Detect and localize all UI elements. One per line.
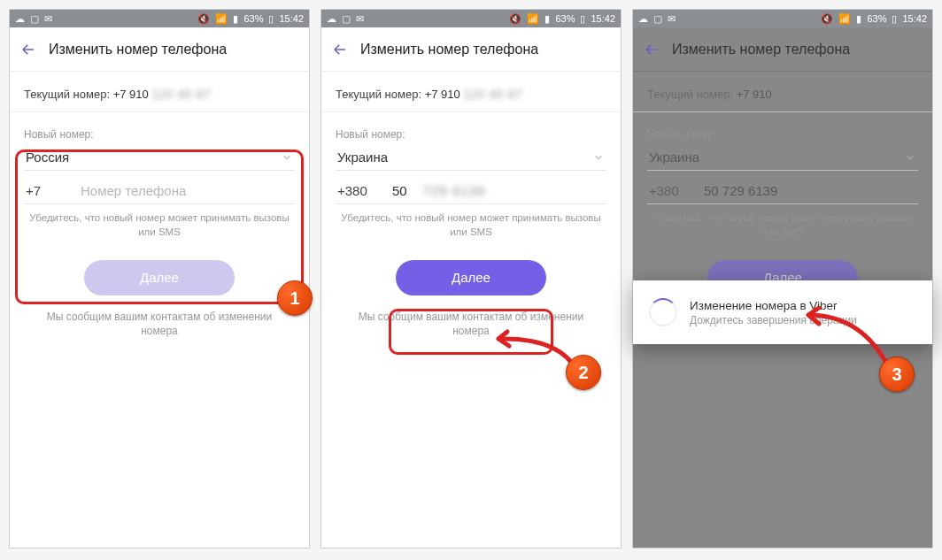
- step-badge-2: 2: [566, 355, 601, 390]
- new-number-section: Новый номер: Украина +380 50 729 6139 Уб…: [633, 119, 932, 246]
- current-number-label: Текущий номер:: [24, 88, 110, 101]
- current-number-value: +7 910: [737, 88, 772, 101]
- country-selector[interactable]: Россия: [24, 141, 295, 171]
- app-bar: Изменить номер телефона: [633, 27, 932, 72]
- step-badge-3: 3: [879, 357, 915, 392]
- back-arrow-icon[interactable]: [20, 42, 36, 58]
- phone-input-row[interactable]: +7 Номер телефона: [24, 171, 295, 204]
- tab-icon: ▢: [30, 13, 39, 25]
- app-bar: Изменить номер телефона: [321, 27, 621, 72]
- screen-1: ☁ ▢ ✉ 🔇 📶 ▮ 63% ▯ 15:42 Изменить номер т…: [9, 9, 310, 548]
- current-number-masked: 123 45 67: [463, 88, 522, 101]
- country-selector[interactable]: Украина: [336, 141, 606, 171]
- phone-placeholder: Номер телефона: [81, 183, 186, 198]
- battery-pct: 63%: [555, 13, 575, 24]
- wifi-icon: 📶: [838, 13, 851, 25]
- chevron-down-icon: [592, 151, 605, 164]
- signal-icon: ▮: [233, 13, 238, 25]
- wifi-icon: 📶: [215, 13, 228, 25]
- status-bar: ☁ ▢ ✉ 🔇 📶 ▮ 63% ▯ 15:42: [321, 10, 621, 27]
- country-prefix: +7: [26, 183, 65, 198]
- new-number-label: Новый номер:: [24, 128, 295, 141]
- step-badge-1: 1: [277, 280, 313, 316]
- hint-text: Убедитесь, что новый номер может принима…: [336, 204, 606, 242]
- chevron-down-icon: [904, 151, 916, 164]
- phone-input-row[interactable]: +380 50 729 6139: [336, 171, 606, 204]
- current-number-masked: 123 45 67: [151, 88, 211, 101]
- status-bar: ☁ ▢ ✉ 🔇 📶 ▮ 63% ▯ 15:42: [10, 10, 309, 27]
- page-title: Изменить номер телефона: [672, 42, 850, 58]
- current-number-label: Текущий номер:: [336, 88, 421, 101]
- back-arrow-icon[interactable]: [644, 42, 660, 58]
- clock: 15:42: [902, 13, 927, 24]
- country-selector[interactable]: Украина: [647, 141, 918, 171]
- current-number-value: +7 910: [113, 88, 149, 101]
- new-number-label: Новый номер:: [336, 128, 606, 141]
- current-number-row: Текущий номер: +7 910 123 45 67: [321, 72, 621, 112]
- page-title: Изменить номер телефона: [49, 42, 227, 58]
- page-title: Изменить номер телефона: [360, 42, 538, 58]
- cloud-icon: ☁: [638, 13, 648, 25]
- country-name: Украина: [649, 150, 699, 165]
- clock: 15:42: [279, 13, 304, 24]
- progress-dialog: Изменение номера в Viber Дождитесь завер…: [633, 280, 932, 344]
- country-name: Россия: [26, 150, 69, 165]
- dialog-title: Изменение номера в Viber: [690, 299, 857, 312]
- mute-icon: 🔇: [509, 13, 521, 25]
- current-number-label: Текущий номер:: [647, 88, 733, 101]
- cloud-icon: ☁: [327, 13, 336, 25]
- msg-icon: ✉: [44, 13, 52, 25]
- mute-icon: 🔇: [197, 13, 210, 25]
- footnote-text: Мы сообщим вашим контактам об изменении …: [10, 301, 309, 347]
- current-number-row: Текущий номер: +7 910 123 45 67: [10, 72, 309, 112]
- phone-input-row[interactable]: +380 50 729 6139: [647, 171, 918, 204]
- battery-icon: ▯: [892, 13, 897, 25]
- phone-number-masked: 729 6139: [423, 183, 486, 198]
- status-bar: ☁ ▢ ✉ 🔇 📶 ▮ 63% ▯ 15:42: [633, 10, 932, 27]
- msg-icon: ✉: [668, 13, 676, 25]
- screen-3: ☁ ▢ ✉ 🔇 📶 ▮ 63% ▯ 15:42 Изменить номер т…: [632, 9, 933, 548]
- phone-number-value: 50 729 6139: [704, 183, 777, 198]
- battery-icon: ▯: [268, 13, 274, 25]
- phone-number-part: 50: [392, 183, 407, 198]
- battery-pct: 63%: [243, 13, 263, 24]
- wifi-icon: 📶: [527, 13, 539, 25]
- cloud-icon: ☁: [15, 13, 25, 25]
- hint-text: Убедитесь, что новый номер может принима…: [647, 204, 918, 242]
- country-name: Украина: [337, 150, 388, 165]
- back-arrow-icon[interactable]: [332, 42, 348, 58]
- mute-icon: 🔇: [821, 13, 833, 25]
- next-button[interactable]: Далее: [396, 260, 546, 295]
- chevron-down-icon: [281, 151, 293, 164]
- hint-text: Убедитесь, что новый номер может принима…: [24, 204, 295, 242]
- battery-icon: ▯: [580, 13, 585, 25]
- current-number-masked: 123 45 67: [775, 88, 834, 101]
- tab-icon: ▢: [653, 13, 662, 25]
- country-prefix: +380: [649, 183, 688, 198]
- signal-icon: ▮: [544, 13, 550, 25]
- msg-icon: ✉: [356, 13, 364, 25]
- battery-pct: 63%: [867, 13, 886, 24]
- tab-icon: ▢: [342, 13, 351, 25]
- current-number-row: Текущий номер: +7 910 123 45 67: [633, 72, 932, 112]
- spinner-icon: [649, 298, 677, 326]
- signal-icon: ▮: [856, 13, 861, 25]
- new-number-section: Новый номер: Украина +380 50 729 6139 Уб…: [321, 119, 621, 246]
- screen-2: ☁ ▢ ✉ 🔇 📶 ▮ 63% ▯ 15:42 Изменить номер т…: [320, 9, 622, 548]
- app-bar: Изменить номер телефона: [10, 27, 309, 72]
- dialog-subtitle: Дождитесь завершения операции: [690, 314, 857, 326]
- current-number-value: +7 910: [425, 88, 460, 101]
- footnote-text: Мы сообщим вашим контактам об изменении …: [321, 301, 621, 347]
- new-number-section: Новый номер: Россия +7 Номер телефона Уб…: [10, 119, 309, 246]
- next-button[interactable]: Далее: [84, 260, 235, 295]
- new-number-label: Новый номер:: [647, 128, 918, 141]
- country-prefix: +380: [337, 183, 376, 198]
- clock: 15:42: [591, 13, 615, 24]
